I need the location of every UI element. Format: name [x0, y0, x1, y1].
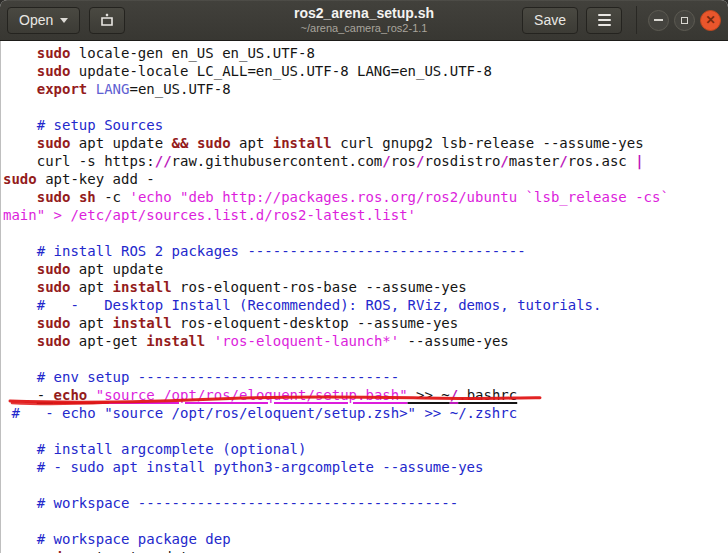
new-document-icon [99, 12, 115, 28]
minimize-button[interactable] [648, 10, 669, 31]
maximize-icon [681, 17, 688, 24]
header-right-group: Save ✕ [522, 6, 721, 34]
code-line: export LANG=en_US.UTF-8 [3, 80, 728, 98]
code-area[interactable]: sudo locale-gen en_US en_US.UTF-8 sudo u… [0, 41, 728, 553]
code-line: # setup Sources [3, 116, 728, 134]
code-line: curl -s https://raw.githubusercontent.co… [3, 152, 728, 170]
code-line: sudo apt-key add - [3, 170, 728, 188]
header-left-group: Open [7, 7, 125, 34]
open-button[interactable]: Open [7, 7, 80, 34]
close-button[interactable]: ✕ [700, 10, 721, 31]
close-icon: ✕ [705, 14, 715, 26]
code-line: sudo sh -c 'echo "deb http://packages.ro… [3, 188, 728, 206]
document-path: ~/arena_camera_ros2-1.1 [294, 22, 434, 35]
code-line: # - echo "source /opt/ros/eloquent/setup… [3, 404, 728, 422]
maximize-button[interactable] [674, 10, 695, 31]
code-line: # install ROS 2 packages ---------------… [3, 242, 728, 260]
minimize-icon [654, 19, 663, 21]
window-title-block: ros2_arena_setup.sh ~/arena_camera_ros2-… [294, 5, 434, 35]
code-line: sudo update-locale LC_ALL=en_US.UTF-8 LA… [3, 62, 728, 80]
code-line: # - Desktop Install (Recommended): ROS, … [3, 296, 728, 314]
code-line: # install argcomplete (optional) [3, 440, 728, 458]
code-line: # workspace package dep [3, 530, 728, 548]
code-line: sudo apt update && sudo apt install curl… [3, 134, 728, 152]
document-title: ros2_arena_setup.sh [294, 5, 434, 22]
new-document-button[interactable] [89, 7, 125, 34]
window-controls: ✕ [636, 6, 721, 34]
code-line: # env setup ----------------------------… [3, 368, 728, 386]
code-line: sudo apt install ros-eloquent-ros-base -… [3, 278, 728, 296]
header-bar: Open ros2_arena_setup.sh ~/arena_camera_… [0, 0, 728, 41]
code-line: sudo apt update [3, 260, 728, 278]
chevron-down-icon [60, 18, 68, 23]
code-line: # - sudo apt install python3-argcomplete… [3, 458, 728, 476]
code-line: sudo apt install ros-eloquent-desktop --… [3, 314, 728, 332]
code-line [3, 350, 728, 368]
menu-button[interactable] [586, 7, 622, 34]
code-line [3, 224, 728, 242]
save-button[interactable]: Save [522, 7, 578, 34]
code-line: main" > /etc/apt/sources.list.d/ros2-lat… [3, 206, 728, 224]
code-line [3, 512, 728, 530]
code-line: sudo locale-gen en_US en_US.UTF-8 [3, 44, 728, 62]
code-line: sudo apt-get install 'ros-eloquent-launc… [3, 332, 728, 350]
save-button-label: Save [534, 12, 566, 28]
code-line: - echo "source /opt/ros/eloquent/setup.b… [3, 386, 728, 404]
code-line: # workspace ----------------------------… [3, 494, 728, 512]
code-line [3, 476, 728, 494]
hamburger-menu-icon [598, 14, 611, 26]
open-button-label: Open [19, 12, 53, 28]
code-line [3, 422, 728, 440]
code-line [3, 98, 728, 116]
gedit-window: Open ros2_arena_setup.sh ~/arena_camera_… [0, 0, 728, 553]
code-line: sudo apt-get update [3, 548, 728, 553]
